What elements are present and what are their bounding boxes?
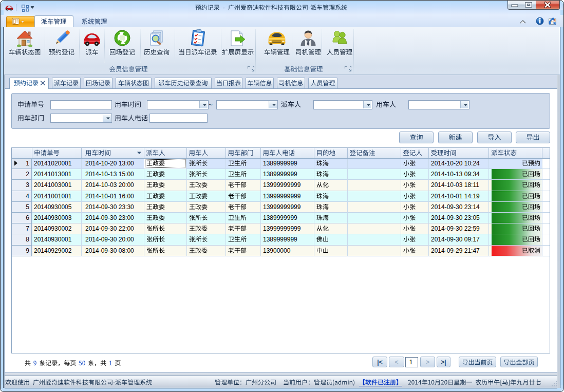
svg-text:2014-09-29 21:47: 2014-09-29 21:47 bbox=[431, 247, 480, 254]
svg-text:2014-10-03 18:11: 2014-10-03 18:11 bbox=[431, 181, 479, 189]
svg-text:20140929002: 20140929002 bbox=[34, 247, 72, 254]
svg-text:2014-09-30 09:17: 2014-09-30 09:17 bbox=[431, 236, 480, 243]
svg-text:2014-09-30 08:00: 2014-09-30 08:00 bbox=[85, 247, 134, 254]
svg-text:2014-10-13 15:00: 2014-10-13 15:00 bbox=[85, 171, 134, 178]
svg-text:2014-09-30 23:05: 2014-09-30 23:05 bbox=[431, 214, 480, 221]
svg-text:8: 8 bbox=[26, 236, 29, 243]
svg-text:1389999999: 1389999999 bbox=[263, 214, 297, 221]
svg-text:<: < bbox=[394, 359, 398, 366]
svg-text:|<: |< bbox=[377, 359, 382, 366]
svg-text:20140930002: 20140930002 bbox=[34, 225, 72, 232]
svg-text:20141001001: 20141001001 bbox=[34, 193, 72, 200]
svg-text:1389999999: 1389999999 bbox=[263, 236, 297, 243]
svg-text:>: > bbox=[426, 359, 429, 366]
svg-text:20140930001: 20140930001 bbox=[34, 236, 72, 243]
svg-text:2014-09-30 22:00: 2014-09-30 22:00 bbox=[85, 225, 134, 232]
svg-text:2014-09-30 22:59: 2014-09-30 22:59 bbox=[431, 225, 480, 232]
svg-text:>|: >| bbox=[441, 359, 446, 366]
svg-text:1389999999: 1389999999 bbox=[263, 160, 297, 167]
svg-text:1: 1 bbox=[409, 359, 413, 366]
svg-text:1: 1 bbox=[26, 160, 29, 167]
svg-text:13999999999: 13999999999 bbox=[263, 225, 301, 232]
svg-text:2014-10-20 10:24: 2014-10-20 10:24 bbox=[431, 160, 480, 167]
svg-text:1389999999: 1389999999 bbox=[263, 171, 297, 178]
svg-text:~: ~ bbox=[209, 101, 213, 108]
svg-text:13900000: 13900000 bbox=[263, 247, 291, 254]
svg-text:2014-10-20 13:00: 2014-10-20 13:00 bbox=[85, 160, 134, 167]
svg-text:13999999999: 13999999999 bbox=[263, 181, 301, 189]
svg-text:2014-10-01 16:00: 2014-10-01 16:00 bbox=[85, 193, 134, 200]
svg-text:20141003001: 20141003001 bbox=[34, 181, 72, 189]
svg-text:13999999999: 13999999999 bbox=[263, 193, 301, 200]
svg-text:6: 6 bbox=[26, 214, 29, 221]
svg-text:2014-09-30 20:00: 2014-09-30 20:00 bbox=[85, 236, 134, 243]
svg-text:2014-10-01 14:19: 2014-10-01 14:19 bbox=[431, 193, 480, 200]
svg-text:2014-10-03 20:00: 2014-10-03 20:00 bbox=[85, 181, 134, 189]
svg-text:20141013001: 20141013001 bbox=[34, 171, 72, 178]
svg-text:3: 3 bbox=[26, 181, 29, 189]
svg-text:4: 4 bbox=[26, 193, 29, 200]
svg-text:2014-09-30 23:14: 2014-09-30 23:14 bbox=[431, 203, 480, 211]
svg-text:2014-09-30 23:30: 2014-09-30 23:30 bbox=[85, 203, 134, 211]
svg-text:20140930005: 20140930005 bbox=[34, 203, 72, 211]
svg-text:20141020001: 20141020001 bbox=[34, 160, 72, 167]
svg-text:7: 7 bbox=[26, 225, 29, 232]
svg-text:20140930003: 20140930003 bbox=[34, 214, 72, 221]
svg-text:2014-10-13 09:34: 2014-10-13 09:34 bbox=[431, 171, 480, 178]
svg-text:5: 5 bbox=[26, 203, 29, 211]
svg-text:2014-09-30 23:00: 2014-09-30 23:00 bbox=[85, 214, 134, 221]
svg-text:9: 9 bbox=[26, 247, 29, 254]
svg-text:2: 2 bbox=[26, 171, 29, 178]
svg-text:13999999999: 13999999999 bbox=[263, 203, 301, 211]
